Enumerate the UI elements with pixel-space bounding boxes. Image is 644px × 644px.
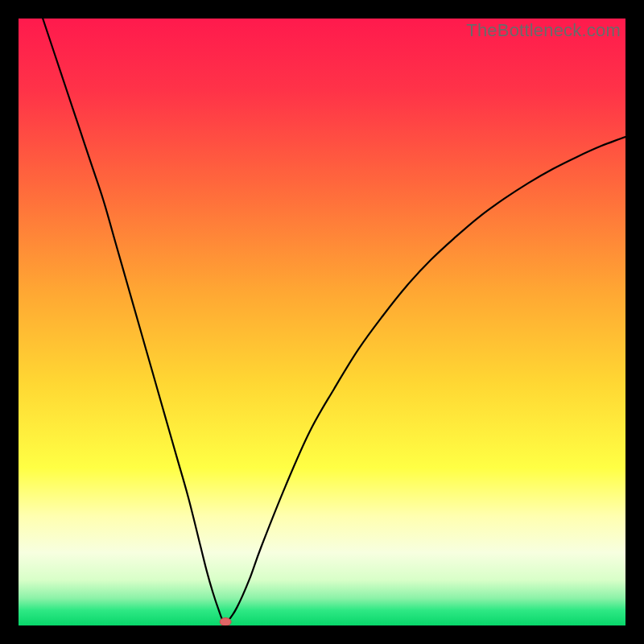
optimal-point-marker (220, 617, 231, 625)
bottleneck-chart (19, 19, 625, 625)
watermark-text: TheBottleneck.com (466, 20, 621, 41)
gradient-background (19, 19, 625, 625)
chart-frame: TheBottleneck.com (19, 19, 625, 625)
